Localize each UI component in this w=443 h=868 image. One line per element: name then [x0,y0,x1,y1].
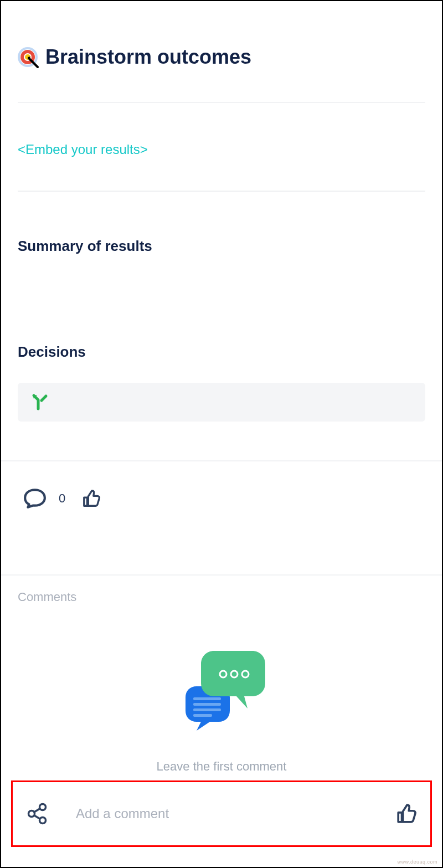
chat-bubbles-icon [174,643,269,732]
svg-rect-9 [193,703,221,706]
comment-count-button[interactable]: 0 [23,488,65,509]
page-title: Brainstorm outcomes [45,45,251,69]
divider [18,102,425,103]
svg-rect-11 [193,714,212,717]
decision-item[interactable] [18,383,425,422]
divider [1,574,442,576]
dart-target-icon [18,46,40,68]
bottom-action-bar [11,780,432,847]
empty-comments-text: Leave the first comment [157,759,287,774]
comments-label: Comments [1,590,442,604]
divider [18,191,425,192]
comment-input[interactable] [76,806,396,821]
svg-rect-8 [193,697,221,700]
speech-bubble-icon [23,488,47,509]
decisions-heading: Decisions [18,343,425,361]
fork-icon [31,393,49,411]
reactions-bar: 0 [1,461,442,536]
summary-heading: Summary of results [18,238,425,255]
svg-line-19 [34,815,40,819]
comments-empty-state: Leave the first comment [1,643,442,774]
like-button[interactable] [82,489,101,508]
svg-line-18 [34,809,40,813]
page-title-row: Brainstorm outcomes [18,45,425,69]
comment-count: 0 [59,491,65,506]
like-button[interactable] [396,803,417,824]
embed-results-link[interactable]: <Embed your results> [18,142,148,157]
share-button[interactable] [26,803,48,825]
watermark: www.deuaq.com [397,859,437,865]
svg-rect-10 [193,708,221,711]
